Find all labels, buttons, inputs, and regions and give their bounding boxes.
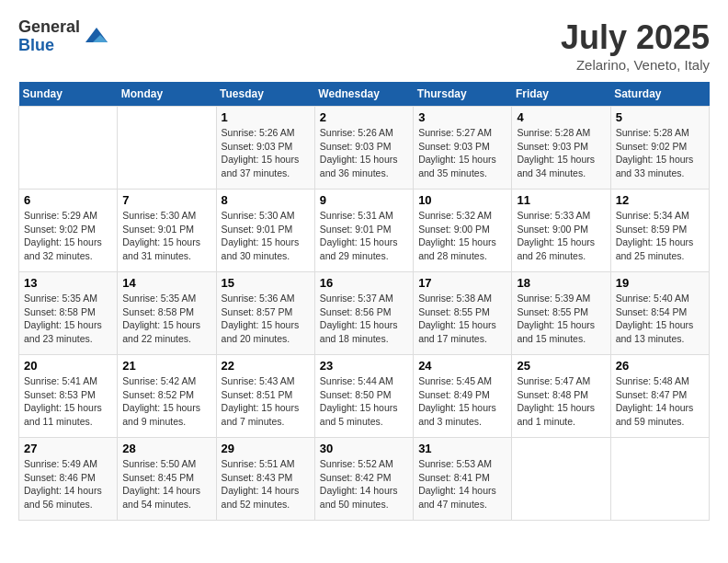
calendar-cell: 21Sunrise: 5:42 AM Sunset: 8:52 PM Dayli… — [118, 355, 216, 438]
day-number: 25 — [517, 359, 605, 373]
calendar-cell: 1Sunrise: 5:26 AM Sunset: 9:03 PM Daylig… — [216, 107, 314, 190]
calendar-cell: 19Sunrise: 5:40 AM Sunset: 8:54 PM Dayli… — [610, 272, 709, 355]
calendar-cell: 23Sunrise: 5:44 AM Sunset: 8:50 PM Dayli… — [314, 355, 413, 438]
weekday-header-friday: Friday — [512, 82, 610, 107]
day-info: Sunrise: 5:38 AM Sunset: 8:55 PM Dayligh… — [418, 292, 506, 346]
calendar-cell: 15Sunrise: 5:36 AM Sunset: 8:57 PM Dayli… — [216, 272, 314, 355]
day-info: Sunrise: 5:28 AM Sunset: 9:03 PM Dayligh… — [517, 126, 605, 180]
day-number: 17 — [418, 276, 506, 290]
weekday-header-tuesday: Tuesday — [216, 82, 314, 107]
calendar-cell — [512, 438, 610, 521]
calendar-cell — [19, 107, 118, 190]
day-number: 1 — [222, 110, 310, 124]
day-info: Sunrise: 5:26 AM Sunset: 9:03 PM Dayligh… — [222, 126, 310, 180]
weekday-header-wednesday: Wednesday — [314, 82, 413, 107]
day-number: 4 — [517, 110, 605, 124]
calendar-cell: 9Sunrise: 5:31 AM Sunset: 9:01 PM Daylig… — [314, 190, 413, 272]
day-number: 18 — [517, 276, 605, 290]
day-info: Sunrise: 5:53 AM Sunset: 8:41 PM Dayligh… — [418, 457, 506, 511]
weekday-header-monday: Monday — [118, 82, 216, 107]
location: Zelarino, Veneto, Italy — [561, 57, 710, 73]
calendar-cell: 17Sunrise: 5:38 AM Sunset: 8:55 PM Dayli… — [414, 272, 512, 355]
day-number: 31 — [418, 442, 506, 455]
day-info: Sunrise: 5:34 AM Sunset: 8:59 PM Dayligh… — [616, 209, 704, 263]
day-info: Sunrise: 5:42 AM Sunset: 8:52 PM Dayligh… — [122, 374, 210, 429]
day-info: Sunrise: 5:49 AM Sunset: 8:46 PM Dayligh… — [24, 457, 112, 511]
day-info: Sunrise: 5:44 AM Sunset: 8:50 PM Dayligh… — [320, 374, 408, 429]
day-number: 5 — [616, 110, 704, 124]
calendar-table: SundayMondayTuesdayWednesdayThursdayFrid… — [18, 82, 710, 521]
calendar-cell: 6Sunrise: 5:29 AM Sunset: 9:02 PM Daylig… — [19, 190, 118, 272]
day-number: 20 — [24, 359, 112, 373]
weekday-header-thursday: Thursday — [414, 82, 512, 107]
weekday-header-saturday: Saturday — [610, 82, 709, 107]
day-info: Sunrise: 5:47 AM Sunset: 8:48 PM Dayligh… — [517, 374, 605, 429]
day-info: Sunrise: 5:39 AM Sunset: 8:55 PM Dayligh… — [517, 292, 605, 346]
day-info: Sunrise: 5:37 AM Sunset: 8:56 PM Dayligh… — [320, 292, 408, 346]
day-info: Sunrise: 5:27 AM Sunset: 9:03 PM Dayligh… — [418, 126, 506, 180]
logo-icon — [84, 24, 109, 50]
calendar-cell: 30Sunrise: 5:52 AM Sunset: 8:42 PM Dayli… — [314, 438, 413, 521]
day-number: 10 — [418, 193, 506, 207]
day-info: Sunrise: 5:51 AM Sunset: 8:43 PM Dayligh… — [222, 457, 310, 511]
calendar-week-3: 13Sunrise: 5:35 AM Sunset: 8:58 PM Dayli… — [19, 272, 710, 355]
month-title: July 2025 — [561, 18, 710, 57]
calendar-cell: 5Sunrise: 5:28 AM Sunset: 9:02 PM Daylig… — [610, 107, 709, 190]
day-info: Sunrise: 5:26 AM Sunset: 9:03 PM Dayligh… — [320, 126, 408, 180]
weekday-header-sunday: Sunday — [19, 82, 118, 107]
calendar-week-4: 20Sunrise: 5:41 AM Sunset: 8:53 PM Dayli… — [19, 355, 710, 438]
calendar-cell: 10Sunrise: 5:32 AM Sunset: 9:00 PM Dayli… — [414, 190, 512, 272]
day-info: Sunrise: 5:43 AM Sunset: 8:51 PM Dayligh… — [222, 374, 310, 429]
day-number: 15 — [222, 276, 310, 290]
day-number: 19 — [616, 276, 704, 290]
calendar-cell: 27Sunrise: 5:49 AM Sunset: 8:46 PM Dayli… — [19, 438, 118, 521]
calendar-cell: 3Sunrise: 5:27 AM Sunset: 9:03 PM Daylig… — [414, 107, 512, 190]
day-number: 23 — [320, 359, 408, 373]
calendar-cell: 29Sunrise: 5:51 AM Sunset: 8:43 PM Dayli… — [216, 438, 314, 521]
day-number: 9 — [320, 193, 408, 207]
calendar-week-2: 6Sunrise: 5:29 AM Sunset: 9:02 PM Daylig… — [19, 190, 710, 272]
day-info: Sunrise: 5:28 AM Sunset: 9:02 PM Dayligh… — [616, 126, 704, 180]
day-info: Sunrise: 5:36 AM Sunset: 8:57 PM Dayligh… — [222, 292, 310, 346]
calendar-cell: 18Sunrise: 5:39 AM Sunset: 8:55 PM Dayli… — [512, 272, 610, 355]
calendar-week-1: 1Sunrise: 5:26 AM Sunset: 9:03 PM Daylig… — [19, 107, 710, 190]
logo-general-text: General — [18, 18, 80, 37]
day-info: Sunrise: 5:32 AM Sunset: 9:00 PM Dayligh… — [418, 209, 506, 263]
day-number: 21 — [122, 359, 210, 373]
calendar-cell: 26Sunrise: 5:48 AM Sunset: 8:47 PM Dayli… — [610, 355, 709, 438]
calendar-cell: 13Sunrise: 5:35 AM Sunset: 8:58 PM Dayli… — [19, 272, 118, 355]
day-info: Sunrise: 5:35 AM Sunset: 8:58 PM Dayligh… — [24, 292, 112, 346]
calendar-cell: 8Sunrise: 5:30 AM Sunset: 9:01 PM Daylig… — [216, 190, 314, 272]
day-number: 7 — [122, 193, 210, 207]
calendar-cell: 25Sunrise: 5:47 AM Sunset: 8:48 PM Dayli… — [512, 355, 610, 438]
title-section: July 2025 Zelarino, Veneto, Italy — [561, 18, 710, 73]
calendar-week-5: 27Sunrise: 5:49 AM Sunset: 8:46 PM Dayli… — [19, 438, 710, 521]
day-info: Sunrise: 5:41 AM Sunset: 8:53 PM Dayligh… — [24, 374, 112, 429]
day-number: 26 — [616, 359, 704, 373]
day-info: Sunrise: 5:40 AM Sunset: 8:54 PM Dayligh… — [616, 292, 704, 346]
calendar-cell: 22Sunrise: 5:43 AM Sunset: 8:51 PM Dayli… — [216, 355, 314, 438]
day-number: 11 — [517, 193, 605, 207]
weekday-header-row: SundayMondayTuesdayWednesdayThursdayFrid… — [19, 82, 710, 107]
day-number: 13 — [24, 276, 112, 290]
calendar-cell: 20Sunrise: 5:41 AM Sunset: 8:53 PM Dayli… — [19, 355, 118, 438]
day-number: 16 — [320, 276, 408, 290]
calendar-cell: 4Sunrise: 5:28 AM Sunset: 9:03 PM Daylig… — [512, 107, 610, 190]
day-number: 30 — [320, 442, 408, 455]
day-info: Sunrise: 5:30 AM Sunset: 9:01 PM Dayligh… — [122, 209, 210, 263]
day-number: 27 — [24, 442, 112, 455]
day-number: 22 — [222, 359, 310, 373]
day-number: 29 — [222, 442, 310, 455]
day-number: 12 — [616, 193, 704, 207]
calendar-cell: 2Sunrise: 5:26 AM Sunset: 9:03 PM Daylig… — [314, 107, 413, 190]
logo: General Blue — [18, 18, 109, 55]
calendar-cell: 12Sunrise: 5:34 AM Sunset: 8:59 PM Dayli… — [610, 190, 709, 272]
day-info: Sunrise: 5:33 AM Sunset: 9:00 PM Dayligh… — [517, 209, 605, 263]
day-info: Sunrise: 5:48 AM Sunset: 8:47 PM Dayligh… — [616, 374, 704, 429]
calendar-cell — [118, 107, 216, 190]
day-number: 2 — [320, 110, 408, 124]
day-info: Sunrise: 5:30 AM Sunset: 9:01 PM Dayligh… — [222, 209, 310, 263]
day-number: 8 — [222, 193, 310, 207]
day-number: 24 — [418, 359, 506, 373]
calendar-cell: 11Sunrise: 5:33 AM Sunset: 9:00 PM Dayli… — [512, 190, 610, 272]
